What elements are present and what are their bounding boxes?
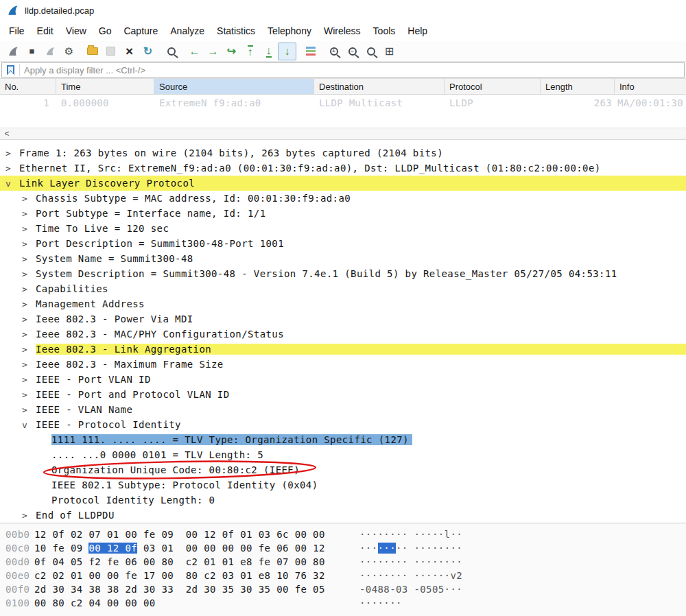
detail-row-port-description[interactable]: > Port Description = Summit300-48-Port 1… bbox=[0, 236, 686, 251]
expander-icon[interactable]: > bbox=[22, 405, 36, 415]
packet-row[interactable]: 1 0.000000 ExtremeN_f9:ad:a0 LLDP_Multic… bbox=[0, 95, 686, 111]
expander-icon[interactable]: > bbox=[22, 390, 36, 400]
hex-ascii-selected[interactable]: ··· bbox=[378, 543, 397, 554]
go-first-icon[interactable]: ↑ bbox=[241, 43, 259, 60]
hex-bytes[interactable]: 10 fe 09 00 12 0f 03 01 00 00 00 00 fe 0… bbox=[34, 543, 343, 554]
colorize-icon[interactable] bbox=[301, 43, 320, 60]
detail-row-protocol-identity[interactable]: v IEEE - Protocol Identity bbox=[0, 417, 686, 432]
detail-row-system-description[interactable]: > System Description = Summit300-48 - Ve… bbox=[0, 266, 686, 281]
expander-icon[interactable]: > bbox=[5, 148, 19, 158]
expander-icon[interactable]: > bbox=[22, 193, 36, 204]
menu-go[interactable]: Go bbox=[93, 22, 118, 40]
hex-bytes[interactable]: 0f 04 05 f2 fe 06 00 80 c2 01 01 e8 fe 0… bbox=[34, 556, 343, 567]
detail-row-ethernet[interactable]: > Ethernet II, Src: ExtremeN_f9:ad:a0 (0… bbox=[0, 161, 686, 176]
expander-icon[interactable]: > bbox=[22, 359, 36, 370]
detail-row-max-frame-size[interactable]: > Ieee 802.3 - Maximum Frame Size bbox=[0, 357, 686, 372]
detail-row-link-aggregation[interactable]: > Ieee 802.3 - Link Aggregation bbox=[0, 342, 686, 357]
zoom-out-icon[interactable]: − bbox=[343, 43, 362, 60]
menu-wireless[interactable]: Wireless bbox=[318, 22, 367, 40]
capture-options-icon[interactable]: ⚙ bbox=[60, 43, 78, 60]
packet-list-empty-area[interactable] bbox=[0, 111, 686, 128]
go-forward-icon[interactable]: → bbox=[204, 43, 222, 60]
go-last-icon[interactable]: ↓ bbox=[259, 43, 278, 60]
expander-icon[interactable]: v bbox=[5, 178, 19, 189]
menu-edit[interactable]: Edit bbox=[31, 22, 60, 40]
hex-bytes-pre[interactable]: 10 fe 09 bbox=[34, 543, 88, 554]
expander-icon[interactable]: > bbox=[22, 375, 36, 385]
menu-tools[interactable]: Tools bbox=[367, 22, 402, 40]
expander-icon[interactable]: > bbox=[22, 344, 36, 355]
column-header-source[interactable]: Source bbox=[154, 79, 314, 94]
detail-row-protocol-identity-length[interactable]: Protocol Identity Length: 0 bbox=[0, 493, 686, 508]
hex-ascii-pre[interactable]: ··· bbox=[359, 543, 378, 554]
filter-box[interactable] bbox=[1, 62, 685, 78]
menu-file[interactable]: File bbox=[3, 22, 31, 40]
column-header-length[interactable]: Length bbox=[541, 79, 615, 94]
detail-row-system-name[interactable]: > System Name = Summit300-48 bbox=[0, 251, 686, 266]
expander-icon[interactable]: > bbox=[22, 269, 36, 279]
hex-ascii[interactable]: ········ ········ bbox=[359, 556, 462, 567]
hex-ascii-post[interactable]: ·· ········ bbox=[396, 543, 462, 554]
detail-row-ieee-subtype[interactable]: IEEE 802.1 Subtype: Protocol Identity (0… bbox=[0, 477, 686, 493]
detail-row-port-protocol-vlan-id[interactable]: > IEEE - Port and Protocol VLAN ID bbox=[0, 387, 686, 402]
scroll-left-arrow-icon[interactable]: < bbox=[0, 130, 14, 138]
restart-capture-icon[interactable] bbox=[41, 43, 60, 60]
column-header-no[interactable]: No. bbox=[0, 79, 56, 94]
detail-row-ttl[interactable]: > Time To Live = 120 sec bbox=[0, 221, 686, 236]
open-file-icon[interactable] bbox=[83, 43, 102, 60]
go-back-icon[interactable]: ← bbox=[185, 43, 204, 60]
expander-icon[interactable]: > bbox=[22, 254, 36, 264]
expander-icon[interactable]: > bbox=[22, 314, 36, 324]
hex-row[interactable]: 0100 00 80 c2 04 00 00 00 ······· bbox=[0, 596, 686, 610]
detail-row-tlv-length[interactable]: .... ...0 0000 0101 = TLV Length: 5 bbox=[0, 447, 686, 462]
column-header-destination[interactable]: Destination bbox=[314, 79, 445, 94]
hex-row[interactable]: 00e0 c2 02 01 00 00 fe 17 00 80 c2 03 01… bbox=[0, 569, 686, 582]
hex-ascii[interactable]: ········ ········ bbox=[359, 543, 462, 554]
bookmark-icon[interactable] bbox=[7, 65, 14, 75]
expander-icon[interactable]: > bbox=[22, 209, 36, 219]
hex-bytes[interactable]: 2d 30 34 38 38 2d 30 33 2d 30 35 30 35 0… bbox=[34, 584, 343, 595]
detail-row-lldp[interactable]: v Link Layer Discovery Protocol bbox=[0, 176, 686, 191]
detail-row-management-address[interactable]: > Management Address bbox=[0, 296, 686, 311]
save-file-icon[interactable] bbox=[102, 43, 120, 60]
expander-icon[interactable]: > bbox=[22, 510, 36, 521]
hex-bytes[interactable]: 00 80 c2 04 00 00 00 bbox=[34, 597, 343, 608]
hex-row[interactable]: 00d0 0f 04 05 f2 fe 06 00 80 c2 01 01 e8… bbox=[0, 555, 686, 569]
stop-capture-icon[interactable]: ■ bbox=[23, 43, 41, 60]
hex-row[interactable]: 00c0 10 fe 09 00 12 0f 03 01 00 00 00 00… bbox=[0, 541, 686, 555]
hex-ascii[interactable]: ········ ·····l·· bbox=[359, 529, 462, 540]
expander-icon[interactable]: > bbox=[22, 284, 36, 294]
hex-row[interactable]: 00f0 2d 30 34 38 38 2d 30 33 2d 30 35 30… bbox=[0, 582, 686, 596]
horizontal-scrollbar[interactable]: < bbox=[0, 128, 686, 140]
menu-telephony[interactable]: Telephony bbox=[261, 22, 318, 40]
start-capture-icon[interactable] bbox=[4, 43, 23, 60]
detail-row-frame[interactable]: > Frame 1: 263 bytes on wire (2104 bits)… bbox=[0, 145, 686, 161]
expander-icon[interactable]: > bbox=[22, 329, 36, 340]
hex-ascii[interactable]: ········ ······v2 bbox=[359, 570, 462, 581]
expander-icon[interactable]: v bbox=[22, 420, 36, 430]
detail-row-tlv-type-selected[interactable]: 1111 111. .... .... = TLV Type: Organiza… bbox=[0, 432, 686, 447]
menu-statistics[interactable]: Statistics bbox=[211, 22, 261, 40]
resize-columns-icon[interactable]: ⊞ bbox=[380, 43, 399, 60]
hex-row[interactable]: 00b0 12 0f 02 07 01 00 fe 09 00 12 0f 01… bbox=[0, 528, 686, 541]
go-to-packet-icon[interactable]: ↪ bbox=[222, 43, 241, 60]
menu-capture[interactable]: Capture bbox=[117, 22, 164, 40]
display-filter-input[interactable] bbox=[24, 65, 684, 75]
column-header-time[interactable]: Time bbox=[56, 79, 154, 94]
column-header-info[interactable]: Info bbox=[615, 79, 686, 94]
auto-scroll-icon[interactable]: ↓ bbox=[278, 43, 296, 60]
hex-bytes-selected[interactable]: 00 12 0f bbox=[88, 543, 137, 554]
expander-icon[interactable]: > bbox=[22, 239, 36, 249]
zoom-original-icon[interactable] bbox=[362, 43, 380, 60]
detail-row-chassis-subtype[interactable]: > Chassis Subtype = MAC address, Id: 00:… bbox=[0, 191, 686, 206]
hex-ascii[interactable]: -0488-03 -0505··· bbox=[359, 584, 462, 595]
hex-bytes-post[interactable]: 03 01 00 00 00 00 fe 06 00 12 bbox=[137, 543, 325, 554]
reload-icon[interactable]: ↻ bbox=[139, 43, 157, 60]
column-header-protocol[interactable]: Protocol bbox=[445, 79, 541, 94]
close-file-icon[interactable]: × bbox=[120, 43, 139, 60]
expander-icon[interactable]: > bbox=[5, 163, 19, 174]
menu-view[interactable]: View bbox=[60, 22, 93, 40]
hex-bytes[interactable]: 12 0f 02 07 01 00 fe 09 00 12 0f 01 03 6… bbox=[34, 529, 343, 540]
detail-row-vlan-name[interactable]: > IEEE - VLAN Name bbox=[0, 402, 686, 417]
zoom-in-icon[interactable]: + bbox=[324, 43, 343, 60]
